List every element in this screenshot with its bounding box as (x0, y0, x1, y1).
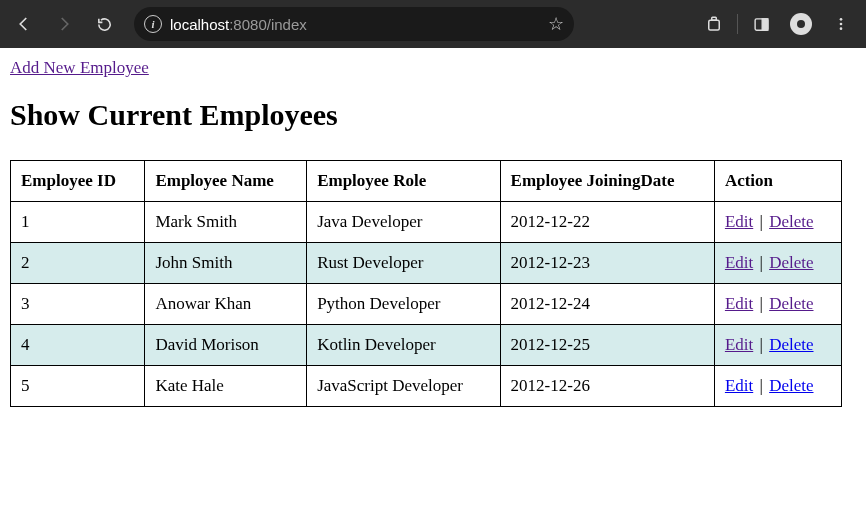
cell-name: John Smith (145, 243, 307, 284)
svg-rect-1 (712, 17, 717, 20)
cell-role: Rust Developer (307, 243, 500, 284)
table-row: 1Mark SmithJava Developer2012-12-22Edit … (11, 202, 842, 243)
url-host: localhost:8080/index (170, 16, 307, 33)
action-separator: | (755, 335, 767, 354)
delete-link[interactable]: Delete (769, 335, 813, 354)
svg-rect-3 (762, 18, 768, 29)
menu-icon[interactable] (824, 7, 858, 41)
cell-id: 4 (11, 325, 145, 366)
cell-date: 2012-12-22 (500, 202, 714, 243)
edit-link[interactable]: Edit (725, 335, 753, 354)
cell-action: Edit | Delete (714, 366, 841, 407)
edit-link[interactable]: Edit (725, 294, 753, 313)
cell-id: 3 (11, 284, 145, 325)
action-separator: | (755, 376, 767, 395)
cell-name: Kate Hale (145, 366, 307, 407)
profile-avatar-icon[interactable] (784, 7, 818, 41)
col-action: Action (714, 161, 841, 202)
employee-table: Employee ID Employee Name Employee Role … (10, 160, 842, 407)
col-employee-role: Employee Role (307, 161, 500, 202)
back-button[interactable] (8, 8, 40, 40)
delete-link[interactable]: Delete (769, 376, 813, 395)
cell-role: Java Developer (307, 202, 500, 243)
delete-link[interactable]: Delete (769, 212, 813, 231)
bookmark-star-icon[interactable]: ☆ (548, 13, 564, 35)
action-separator: | (755, 294, 767, 313)
cell-date: 2012-12-23 (500, 243, 714, 284)
cell-role: Kotlin Developer (307, 325, 500, 366)
address-bar[interactable]: i localhost:8080/index ☆ (134, 7, 574, 41)
cell-role: JavaScript Developer (307, 366, 500, 407)
col-employee-id: Employee ID (11, 161, 145, 202)
table-header-row: Employee ID Employee Name Employee Role … (11, 161, 842, 202)
chrome-actions (697, 7, 858, 41)
extensions-icon[interactable] (697, 7, 731, 41)
cell-action: Edit | Delete (714, 325, 841, 366)
side-panel-icon[interactable] (744, 7, 778, 41)
page-heading: Show Current Employees (10, 98, 856, 132)
cell-date: 2012-12-25 (500, 325, 714, 366)
cell-id: 1 (11, 202, 145, 243)
svg-point-5 (840, 23, 843, 26)
browser-chrome: i localhost:8080/index ☆ (0, 0, 866, 48)
cell-role: Python Developer (307, 284, 500, 325)
svg-rect-0 (709, 20, 720, 30)
add-employee-link[interactable]: Add New Employee (10, 58, 149, 77)
action-separator: | (755, 253, 767, 272)
edit-link[interactable]: Edit (725, 212, 753, 231)
table-row: 3Anowar KhanPython Developer2012-12-24Ed… (11, 284, 842, 325)
reload-button[interactable] (88, 8, 120, 40)
table-row: 4David MorisonKotlin Developer2012-12-25… (11, 325, 842, 366)
svg-point-6 (840, 27, 843, 30)
cell-action: Edit | Delete (714, 243, 841, 284)
table-row: 5Kate HaleJavaScript Developer2012-12-26… (11, 366, 842, 407)
cell-name: David Morison (145, 325, 307, 366)
cell-action: Edit | Delete (714, 202, 841, 243)
delete-link[interactable]: Delete (769, 253, 813, 272)
site-info-icon[interactable]: i (144, 15, 162, 33)
col-employee-joiningdate: Employee JoiningDate (500, 161, 714, 202)
cell-name: Anowar Khan (145, 284, 307, 325)
edit-link[interactable]: Edit (725, 376, 753, 395)
delete-link[interactable]: Delete (769, 294, 813, 313)
forward-button[interactable] (48, 8, 80, 40)
cell-id: 5 (11, 366, 145, 407)
table-row: 2John SmithRust Developer2012-12-23Edit … (11, 243, 842, 284)
edit-link[interactable]: Edit (725, 253, 753, 272)
cell-action: Edit | Delete (714, 284, 841, 325)
svg-point-4 (840, 18, 843, 21)
col-employee-name: Employee Name (145, 161, 307, 202)
cell-id: 2 (11, 243, 145, 284)
action-separator: | (755, 212, 767, 231)
cell-name: Mark Smith (145, 202, 307, 243)
cell-date: 2012-12-26 (500, 366, 714, 407)
separator (737, 14, 738, 34)
page-content: Add New Employee Show Current Employees … (0, 48, 866, 417)
cell-date: 2012-12-24 (500, 284, 714, 325)
